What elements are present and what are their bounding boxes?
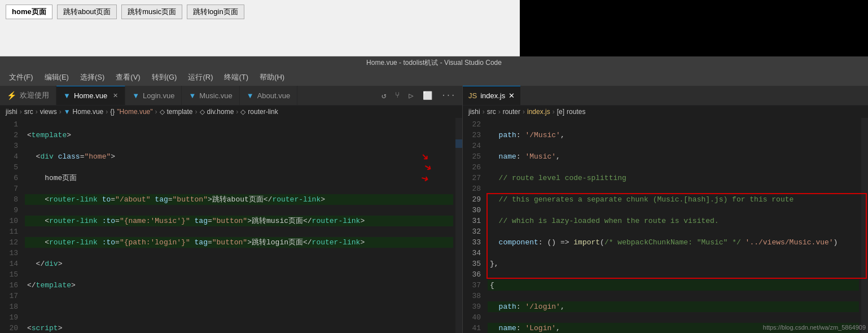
minimap-right [861,118,868,333]
tab-login[interactable]: ▼ Login.vue [125,86,182,105]
browser-preview: home页面 跳转about页面 跳转music页面 跳转login页面 [0,0,868,56]
login-btn[interactable]: 跳转login页面 [187,5,244,19]
about-btn[interactable]: 跳转about页面 [57,5,117,19]
tab-music[interactable]: ▼ Music.vue [182,86,239,105]
code-left: <template> <div class="home"> home页面 <ro… [23,118,455,333]
vue-icon-login: ▼ [132,91,139,100]
minimap-left [455,118,462,333]
menu-view[interactable]: 查看(V) [111,70,144,85]
tab-indexjs[interactable]: JS index.js ✕ [463,86,520,105]
music-btn[interactable]: 跳转music页面 [121,5,182,19]
tab-welcome[interactable]: ⚡ 欢迎使用 [0,86,56,105]
tabbar-right: JS index.js ✕ [463,86,868,106]
tab-indexjs-label: index.js [480,91,505,100]
line-numbers-left: 123 456 789 101112 131415 161718 1920 [0,118,23,333]
menu-select[interactable]: 选择(S) [76,70,109,85]
menu-run[interactable]: 运行(R) [183,70,217,85]
close-icon-home[interactable]: ✕ [113,92,118,99]
split-icon[interactable]: ⬜ [420,90,435,102]
tab-welcome-label: 欢迎使用 [20,90,49,100]
line-numbers-right: 222324 252627 282930 313233 343536 37383… [463,118,485,333]
menu-file[interactable]: 文件(F) [5,70,38,85]
tabbar-left: ⚡ 欢迎使用 ▼ Home.vue ✕ ▼ Login.vue ▼ Music.… [0,86,462,106]
tab-login-label: Login.vue [143,91,174,100]
history-icon[interactable]: ↺ [379,90,388,102]
run-icon[interactable]: ▷ [406,90,415,102]
more-icon[interactable]: ··· [439,90,458,101]
tab-music-label: Music.vue [199,91,233,100]
js-icon: JS [468,91,477,100]
code-right: path: '/Music', name: 'Music', // route … [485,118,861,333]
tab-actions-left: ↺ ⑂ ▷ ⬜ ··· [375,86,462,105]
menubar: 文件(F) 编辑(E) 选择(S) 查看(V) 转到(G) 运行(R) 终端(T… [0,69,868,86]
vue-icon-about: ▼ [247,91,254,100]
menu-goto[interactable]: 转到(G) [147,70,182,85]
home-btn[interactable]: home页面 [6,5,52,19]
tab-about-label: About.vue [257,91,291,100]
tab-home-label: Home.vue [74,91,107,100]
vscode-icon: ⚡ [7,91,16,100]
tab-about[interactable]: ▼ About.vue [240,86,297,105]
close-icon-right[interactable]: ✕ [508,91,515,100]
tab-home[interactable]: ▼ Home.vue ✕ [56,86,125,105]
vue-icon-home: ▼ [63,91,71,100]
black-preview-box [520,0,868,56]
watermark: https://blog.csdn.net/wa/zm_5864909 [763,324,866,331]
breadcrumb-left: jishi › src › views › ▼ Home.vue › {} "H… [0,106,462,118]
titlebar: Home.vue - todolist机试 - Visual Studio Co… [0,56,868,69]
menu-edit[interactable]: 编辑(E) [40,70,73,85]
menu-terminal[interactable]: 终端(T) [220,70,253,85]
menu-help[interactable]: 帮助(H) [255,70,289,85]
branch-icon[interactable]: ⑂ [393,90,402,101]
breadcrumb-right: jishi › src › router › index.js › [e] ro… [463,106,868,118]
vue-icon-music: ▼ [188,91,196,100]
